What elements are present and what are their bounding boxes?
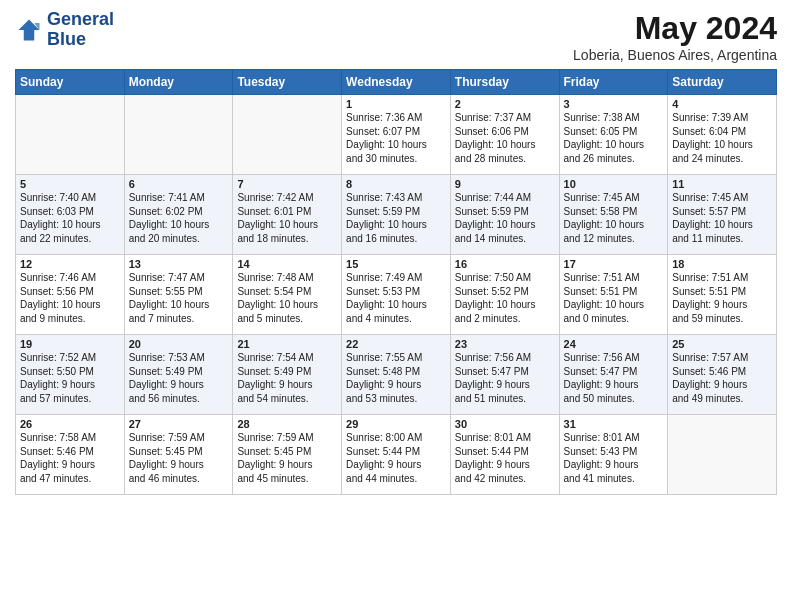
calendar-cell: 18Sunrise: 7:51 AMSunset: 5:51 PMDayligh… [668, 255, 777, 335]
day-header-sunday: Sunday [16, 70, 125, 95]
day-number: 18 [672, 258, 772, 270]
logo-icon [15, 16, 43, 44]
calendar-week-1: 1Sunrise: 7:36 AMSunset: 6:07 PMDaylight… [16, 95, 777, 175]
day-header-monday: Monday [124, 70, 233, 95]
calendar-cell: 15Sunrise: 7:49 AMSunset: 5:53 PMDayligh… [342, 255, 451, 335]
calendar-cell: 2Sunrise: 7:37 AMSunset: 6:06 PMDaylight… [450, 95, 559, 175]
day-number: 8 [346, 178, 446, 190]
calendar-cell: 11Sunrise: 7:45 AMSunset: 5:57 PMDayligh… [668, 175, 777, 255]
calendar-cell: 4Sunrise: 7:39 AMSunset: 6:04 PMDaylight… [668, 95, 777, 175]
cell-info: Sunrise: 7:37 AMSunset: 6:06 PMDaylight:… [455, 111, 555, 165]
calendar-cell: 17Sunrise: 7:51 AMSunset: 5:51 PMDayligh… [559, 255, 668, 335]
calendar-cell: 26Sunrise: 7:58 AMSunset: 5:46 PMDayligh… [16, 415, 125, 495]
day-header-saturday: Saturday [668, 70, 777, 95]
cell-info: Sunrise: 7:40 AMSunset: 6:03 PMDaylight:… [20, 191, 120, 245]
day-number: 6 [129, 178, 229, 190]
day-number: 31 [564, 418, 664, 430]
cell-info: Sunrise: 7:49 AMSunset: 5:53 PMDaylight:… [346, 271, 446, 325]
cell-info: Sunrise: 7:51 AMSunset: 5:51 PMDaylight:… [672, 271, 772, 325]
calendar-cell: 6Sunrise: 7:41 AMSunset: 6:02 PMDaylight… [124, 175, 233, 255]
header: General Blue May 2024 Loberia, Buenos Ai… [15, 10, 777, 63]
calendar-cell: 31Sunrise: 8:01 AMSunset: 5:43 PMDayligh… [559, 415, 668, 495]
logo-line1: General [47, 10, 114, 30]
cell-info: Sunrise: 7:44 AMSunset: 5:59 PMDaylight:… [455, 191, 555, 245]
day-number: 17 [564, 258, 664, 270]
calendar-cell: 14Sunrise: 7:48 AMSunset: 5:54 PMDayligh… [233, 255, 342, 335]
cell-info: Sunrise: 7:56 AMSunset: 5:47 PMDaylight:… [455, 351, 555, 405]
day-number: 25 [672, 338, 772, 350]
day-number: 29 [346, 418, 446, 430]
calendar-week-4: 19Sunrise: 7:52 AMSunset: 5:50 PMDayligh… [16, 335, 777, 415]
day-number: 14 [237, 258, 337, 270]
calendar-cell: 24Sunrise: 7:56 AMSunset: 5:47 PMDayligh… [559, 335, 668, 415]
day-number: 15 [346, 258, 446, 270]
calendar-cell [124, 95, 233, 175]
day-number: 20 [129, 338, 229, 350]
calendar-cell: 19Sunrise: 7:52 AMSunset: 5:50 PMDayligh… [16, 335, 125, 415]
cell-info: Sunrise: 7:45 AMSunset: 5:57 PMDaylight:… [672, 191, 772, 245]
calendar-cell: 16Sunrise: 7:50 AMSunset: 5:52 PMDayligh… [450, 255, 559, 335]
calendar-cell: 21Sunrise: 7:54 AMSunset: 5:49 PMDayligh… [233, 335, 342, 415]
cell-info: Sunrise: 7:50 AMSunset: 5:52 PMDaylight:… [455, 271, 555, 325]
cell-info: Sunrise: 7:46 AMSunset: 5:56 PMDaylight:… [20, 271, 120, 325]
day-number: 22 [346, 338, 446, 350]
cell-info: Sunrise: 7:54 AMSunset: 5:49 PMDaylight:… [237, 351, 337, 405]
day-header-thursday: Thursday [450, 70, 559, 95]
calendar-cell [16, 95, 125, 175]
calendar-table: SundayMondayTuesdayWednesdayThursdayFrid… [15, 69, 777, 495]
cell-info: Sunrise: 7:45 AMSunset: 5:58 PMDaylight:… [564, 191, 664, 245]
day-number: 5 [20, 178, 120, 190]
calendar-header-row: SundayMondayTuesdayWednesdayThursdayFrid… [16, 70, 777, 95]
logo-text: General Blue [47, 10, 114, 50]
day-number: 11 [672, 178, 772, 190]
calendar-cell: 8Sunrise: 7:43 AMSunset: 5:59 PMDaylight… [342, 175, 451, 255]
day-number: 21 [237, 338, 337, 350]
cell-info: Sunrise: 7:39 AMSunset: 6:04 PMDaylight:… [672, 111, 772, 165]
calendar-week-3: 12Sunrise: 7:46 AMSunset: 5:56 PMDayligh… [16, 255, 777, 335]
cell-info: Sunrise: 8:00 AMSunset: 5:44 PMDaylight:… [346, 431, 446, 485]
day-number: 13 [129, 258, 229, 270]
calendar-week-2: 5Sunrise: 7:40 AMSunset: 6:03 PMDaylight… [16, 175, 777, 255]
calendar-week-5: 26Sunrise: 7:58 AMSunset: 5:46 PMDayligh… [16, 415, 777, 495]
calendar-cell: 30Sunrise: 8:01 AMSunset: 5:44 PMDayligh… [450, 415, 559, 495]
day-number: 10 [564, 178, 664, 190]
calendar-cell: 7Sunrise: 7:42 AMSunset: 6:01 PMDaylight… [233, 175, 342, 255]
cell-info: Sunrise: 7:51 AMSunset: 5:51 PMDaylight:… [564, 271, 664, 325]
day-number: 12 [20, 258, 120, 270]
cell-info: Sunrise: 8:01 AMSunset: 5:44 PMDaylight:… [455, 431, 555, 485]
day-number: 30 [455, 418, 555, 430]
day-number: 27 [129, 418, 229, 430]
logo: General Blue [15, 10, 114, 50]
day-number: 24 [564, 338, 664, 350]
calendar-cell: 20Sunrise: 7:53 AMSunset: 5:49 PMDayligh… [124, 335, 233, 415]
calendar-cell: 22Sunrise: 7:55 AMSunset: 5:48 PMDayligh… [342, 335, 451, 415]
calendar-cell: 23Sunrise: 7:56 AMSunset: 5:47 PMDayligh… [450, 335, 559, 415]
calendar-cell: 10Sunrise: 7:45 AMSunset: 5:58 PMDayligh… [559, 175, 668, 255]
day-number: 23 [455, 338, 555, 350]
day-number: 2 [455, 98, 555, 110]
day-number: 1 [346, 98, 446, 110]
logo-line2: Blue [47, 30, 114, 50]
page: General Blue May 2024 Loberia, Buenos Ai… [0, 0, 792, 612]
cell-info: Sunrise: 7:58 AMSunset: 5:46 PMDaylight:… [20, 431, 120, 485]
cell-info: Sunrise: 8:01 AMSunset: 5:43 PMDaylight:… [564, 431, 664, 485]
calendar-cell: 5Sunrise: 7:40 AMSunset: 6:03 PMDaylight… [16, 175, 125, 255]
cell-info: Sunrise: 7:47 AMSunset: 5:55 PMDaylight:… [129, 271, 229, 325]
day-number: 9 [455, 178, 555, 190]
cell-info: Sunrise: 7:36 AMSunset: 6:07 PMDaylight:… [346, 111, 446, 165]
main-title: May 2024 [573, 10, 777, 47]
cell-info: Sunrise: 7:55 AMSunset: 5:48 PMDaylight:… [346, 351, 446, 405]
title-block: May 2024 Loberia, Buenos Aires, Argentin… [573, 10, 777, 63]
cell-info: Sunrise: 7:43 AMSunset: 5:59 PMDaylight:… [346, 191, 446, 245]
cell-info: Sunrise: 7:56 AMSunset: 5:47 PMDaylight:… [564, 351, 664, 405]
calendar-cell: 28Sunrise: 7:59 AMSunset: 5:45 PMDayligh… [233, 415, 342, 495]
cell-info: Sunrise: 7:41 AMSunset: 6:02 PMDaylight:… [129, 191, 229, 245]
subtitle: Loberia, Buenos Aires, Argentina [573, 47, 777, 63]
calendar-cell: 12Sunrise: 7:46 AMSunset: 5:56 PMDayligh… [16, 255, 125, 335]
day-number: 7 [237, 178, 337, 190]
cell-info: Sunrise: 7:42 AMSunset: 6:01 PMDaylight:… [237, 191, 337, 245]
calendar-cell: 3Sunrise: 7:38 AMSunset: 6:05 PMDaylight… [559, 95, 668, 175]
calendar-cell [233, 95, 342, 175]
calendar-cell [668, 415, 777, 495]
calendar-cell: 29Sunrise: 8:00 AMSunset: 5:44 PMDayligh… [342, 415, 451, 495]
